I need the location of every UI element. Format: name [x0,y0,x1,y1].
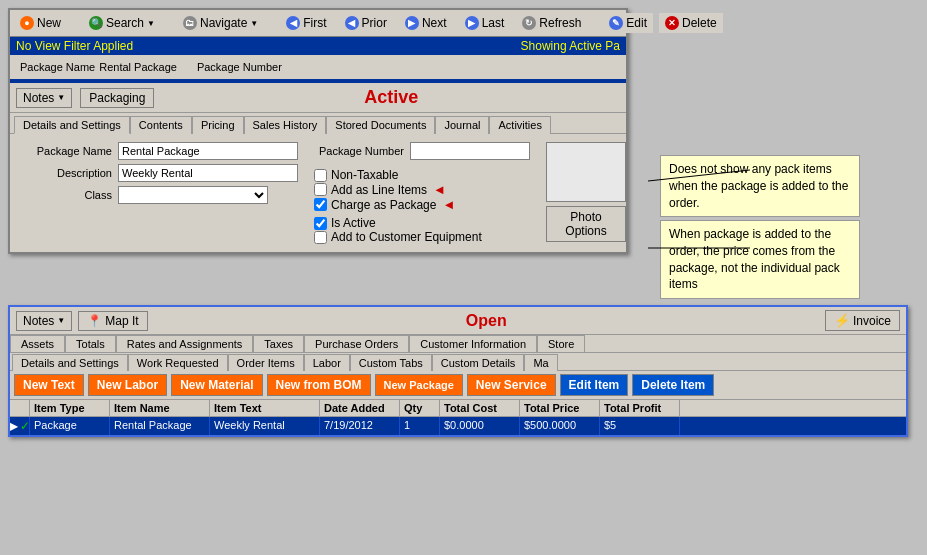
last-button[interactable]: ▶ Last [459,13,511,33]
notes-button[interactable]: Notes ▼ [16,88,72,108]
add-to-customer-equipment-row: Add to Customer Equipment [314,230,530,244]
sub-tab-order-items[interactable]: Order Items [228,354,304,371]
delete-item-button[interactable]: Delete Item [632,374,714,396]
tab-pricing[interactable]: Pricing [192,116,244,134]
sub-tab-custom-tabs[interactable]: Custom Tabs [350,354,432,371]
map-it-button[interactable]: 📍 Map It [78,311,147,331]
lightning-icon: ⚡ [834,313,850,328]
col-header-date-added[interactable]: Date Added [320,400,400,416]
next-button[interactable]: ▶ Next [399,13,453,33]
new-material-button[interactable]: New Material [171,374,262,396]
row-check-icon: ✓ [20,419,30,433]
row-item-name: Rental Package [110,417,210,435]
refresh-icon: ↻ [522,16,536,30]
sub-tab-custom-details[interactable]: Custom Details [432,354,525,371]
row-indicator-cell: ▶ ✓ [10,417,30,435]
row-arrow-icon: ▶ [10,419,18,433]
new-text-button[interactable]: New Text [14,374,84,396]
map-icon: 📍 [87,314,102,328]
form-package-name-label: Package Name [22,145,112,157]
navigate-button[interactable]: 🗂 Navigate ▼ [177,13,264,33]
new-labor-button[interactable]: New Labor [88,374,167,396]
col-header-total-cost[interactable]: Total Cost [440,400,520,416]
col-header-item-type[interactable]: Item Type [30,400,110,416]
form-description-input[interactable] [118,164,298,182]
sub-tabs2-bar: Details and Settings Work Requested Orde… [10,353,906,371]
new-label: New [37,16,61,30]
col-header-item-name[interactable]: Item Name [110,400,210,416]
charge-as-package-label: Charge as Package [331,198,436,212]
col-header-qty[interactable]: Qty [400,400,440,416]
tab-totals[interactable]: Totals [65,335,116,352]
table-row[interactable]: ▶ ✓ Package Rental Package Weekly Rental… [10,417,906,435]
non-taxable-row: Non-Taxable [314,168,530,182]
sub-tab-labor[interactable]: Labor [304,354,350,371]
package-name-form-row: Package Name [22,142,298,160]
tab-details-settings[interactable]: Details and Settings [14,116,130,134]
tab-purchase-orders[interactable]: Purchase Orders [304,335,409,352]
edit-button[interactable]: ✎ Edit [603,13,653,33]
active-status: Active [162,87,620,108]
invoice-button[interactable]: ⚡ Invoice [825,310,900,331]
sub-tab-ma[interactable]: Ma [524,354,557,371]
tab-rates-assignments[interactable]: Rates and Assignments [116,335,254,352]
new-from-bom-button[interactable]: New from BOM [267,374,371,396]
photo-options-button[interactable]: Photo Options [546,206,626,242]
col-header-total-price[interactable]: Total Price [520,400,600,416]
sub-tab-work-requested[interactable]: Work Requested [128,354,228,371]
new-button[interactable]: ● New [14,13,67,33]
edit-label: Edit [626,16,647,30]
new-package-button[interactable]: New Package [375,374,463,396]
col-header-total-profit[interactable]: Total Profit [600,400,680,416]
refresh-button[interactable]: ↻ Refresh [516,13,587,33]
tab-taxes[interactable]: Taxes [253,335,304,352]
sub-tab-details-settings[interactable]: Details and Settings [12,354,128,371]
non-taxable-checkbox[interactable] [314,169,327,182]
top-toolbar: ● New 🔍 Search ▼ 🗂 Navigate ▼ ◀ First ◀ … [10,10,626,37]
tab-journal[interactable]: Journal [435,116,489,134]
arrow-indicator-2: ◄ [442,197,455,212]
tooltip-1: Does not show any pack items when the pa… [660,155,860,217]
map-it-label: Map It [105,314,138,328]
top-panel: ● New 🔍 Search ▼ 🗂 Navigate ▼ ◀ First ◀ … [8,8,628,254]
add-as-line-items-checkbox[interactable] [314,183,327,196]
new-from-bom-label: New from BOM [276,378,362,392]
edit-item-button[interactable]: Edit Item [560,374,629,396]
tab-contents[interactable]: Contents [130,116,192,134]
row-total-price: $500.0000 [520,417,600,435]
delete-button[interactable]: ✕ Delete [659,13,723,33]
package-name-label: Package Name [20,61,95,73]
tab-customer-information[interactable]: Customer Information [409,335,537,352]
first-icon: ◀ [286,16,300,30]
add-to-customer-equipment-checkbox[interactable] [314,231,327,244]
form-class-select[interactable] [118,186,268,204]
prior-button[interactable]: ◀ Prior [339,13,393,33]
new-labor-label: New Labor [97,378,158,392]
photo-preview [546,142,626,202]
notes-dropdown-icon: ▼ [57,93,65,102]
form-area: Package Name Description Class Package N… [10,134,626,252]
is-active-label: Is Active [331,216,376,230]
packaging-button[interactable]: Packaging [80,88,154,108]
form-package-number-input[interactable] [410,142,530,160]
search-button[interactable]: 🔍 Search ▼ [83,13,161,33]
tab-store[interactable]: Store [537,335,585,352]
tab-activities[interactable]: Activities [489,116,550,134]
bottom-notes-button[interactable]: Notes ▼ [16,311,72,331]
form-description-label: Description [22,167,112,179]
form-package-name-input[interactable] [118,142,298,160]
arrow-indicator-1: ◄ [433,182,446,197]
new-service-label: New Service [476,378,547,392]
new-service-button[interactable]: New Service [467,374,556,396]
form-left: Package Name Description Class [22,142,298,244]
tooltip-1-text: Does not show any pack items when the pa… [669,162,848,210]
col-header-item-text[interactable]: Item Text [210,400,320,416]
is-active-checkbox[interactable] [314,217,327,230]
new-material-label: New Material [180,378,253,392]
tab-sales-history[interactable]: Sales History [244,116,327,134]
first-button[interactable]: ◀ First [280,13,332,33]
charge-as-package-checkbox[interactable] [314,198,327,211]
tab-assets[interactable]: Assets [10,335,65,352]
row-date-added: 7/19/2012 [320,417,400,435]
tab-stored-documents[interactable]: Stored Documents [326,116,435,134]
